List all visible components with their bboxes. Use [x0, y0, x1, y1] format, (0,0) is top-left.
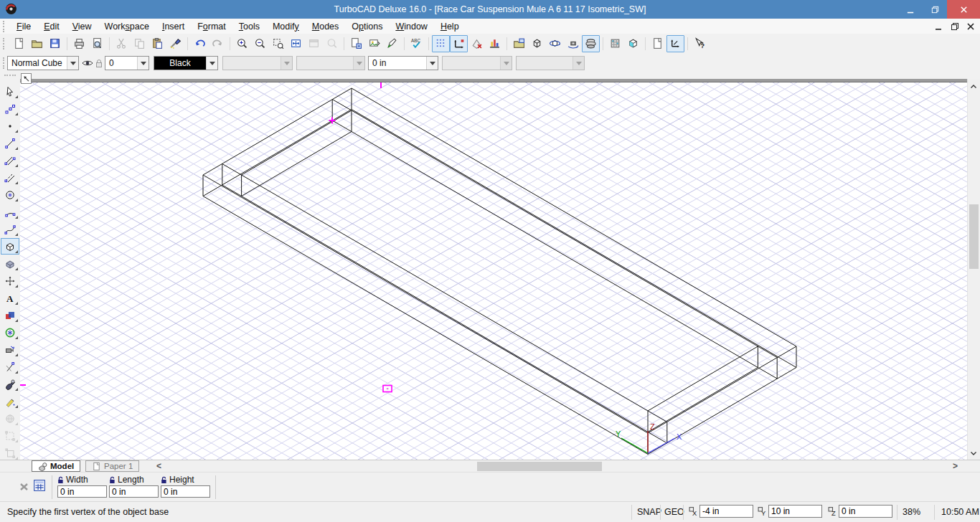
- menu-workspace[interactable]: Workspace: [98, 20, 156, 33]
- style-combo[interactable]: Normal Cube: [7, 56, 79, 70]
- 3d-view-button[interactable]: [528, 35, 546, 52]
- minimize-button[interactable]: [898, 0, 923, 19]
- solid-tool[interactable]: [1, 255, 19, 272]
- insert-picture-button[interactable]: [365, 35, 383, 52]
- restore-button[interactable]: [923, 0, 947, 19]
- height-input[interactable]: [161, 485, 210, 498]
- chevron-down-icon[interactable]: [137, 57, 149, 70]
- scroll-up-icon[interactable]: [970, 82, 977, 90]
- circle-tool[interactable]: [1, 186, 19, 203]
- sketch-pen-button[interactable]: [383, 35, 401, 52]
- marker-tool[interactable]: [1, 393, 19, 409]
- menu-modes[interactable]: Modes: [306, 20, 346, 33]
- text-tool[interactable]: A: [1, 290, 19, 306]
- trim-tool[interactable]: [1, 359, 19, 375]
- vertical-scroll-thumb[interactable]: [969, 204, 979, 269]
- width-input[interactable]: [57, 485, 107, 498]
- menu-view[interactable]: View: [66, 20, 98, 33]
- length-input[interactable]: [109, 485, 159, 498]
- cancel-icon[interactable]: [19, 481, 30, 493]
- menu-insert[interactable]: Insert: [156, 20, 191, 33]
- field-lock-icon[interactable]: [161, 476, 167, 484]
- select-tool[interactable]: [1, 83, 19, 100]
- print-preview-button[interactable]: [88, 35, 106, 52]
- snap-toggle-button[interactable]: [468, 35, 486, 52]
- chevron-down-icon[interactable]: [206, 57, 217, 70]
- save-button[interactable]: [46, 35, 64, 52]
- menu-grip[interactable]: [3, 21, 8, 32]
- toolbar-grip[interactable]: [3, 38, 8, 49]
- selection-info-button[interactable]: [486, 35, 504, 52]
- layer-combo[interactable]: 0: [105, 56, 149, 70]
- view-origin-button[interactable]: [21, 73, 32, 84]
- edge-select-tool[interactable]: [1, 100, 19, 117]
- zoom-selection-button[interactable]: [269, 35, 287, 52]
- page-setup-button[interactable]: [649, 35, 666, 52]
- tab-paper-1[interactable]: Paper 1: [85, 460, 139, 472]
- open-palette-button[interactable]: [510, 35, 528, 52]
- ucs-toggle-button[interactable]: [450, 35, 468, 52]
- orbit-button[interactable]: [546, 35, 564, 52]
- grid-toggle-button[interactable]: [432, 35, 450, 52]
- tab-scroll-right[interactable]: >: [953, 461, 958, 471]
- document-minimize-icon[interactable]: [934, 22, 944, 32]
- insert-file-button[interactable]: [347, 35, 365, 52]
- lights-button[interactable]: [624, 35, 642, 52]
- chevron-down-icon[interactable]: [67, 57, 78, 70]
- color-combo[interactable]: Black: [154, 56, 218, 70]
- menu-options[interactable]: Options: [345, 20, 389, 33]
- layer-lock-icon[interactable]: [93, 57, 105, 69]
- print-button[interactable]: [70, 35, 88, 52]
- drawing-canvas[interactable]: ZYX: [20, 82, 967, 460]
- new-drawing-button[interactable]: [10, 35, 28, 52]
- materials-button[interactable]: [606, 35, 624, 52]
- paste-button[interactable]: [149, 35, 166, 52]
- render-button[interactable]: [582, 35, 600, 52]
- menu-format[interactable]: Format: [191, 20, 232, 33]
- line-tool[interactable]: [1, 135, 19, 151]
- format-painter-button[interactable]: [166, 35, 184, 52]
- document-close-icon[interactable]: [966, 22, 976, 32]
- y-coordinate-input[interactable]: [768, 505, 822, 518]
- arc-tool[interactable]: [1, 204, 19, 220]
- context-help-button[interactable]: ?: [691, 35, 709, 52]
- workplane-button[interactable]: [666, 35, 684, 52]
- menu-help[interactable]: Help: [434, 20, 466, 33]
- zoom-level[interactable]: 38%: [903, 507, 920, 517]
- multiline-tool[interactable]: [1, 169, 19, 186]
- calculator-icon[interactable]: [33, 479, 46, 492]
- scroll-down-icon[interactable]: [970, 449, 977, 456]
- field-lock-icon[interactable]: [57, 476, 64, 484]
- zoom-extents-button[interactable]: [287, 35, 305, 52]
- pen-width-combo[interactable]: 0 in: [368, 56, 438, 70]
- geo-toggle-status[interactable]: GEO: [664, 507, 684, 517]
- center-snap-tool[interactable]: [1, 324, 19, 341]
- spell-check-button[interactable]: ABC: [407, 35, 425, 52]
- zoom-out-button[interactable]: [251, 35, 269, 52]
- field-lock-icon[interactable]: [109, 476, 116, 484]
- paint-tool[interactable]: [1, 307, 19, 323]
- snap-toggle-status[interactable]: SNAP: [637, 507, 661, 517]
- document-restore-icon[interactable]: [950, 22, 960, 32]
- menu-file[interactable]: File: [10, 20, 37, 33]
- close-button[interactable]: [947, 0, 980, 19]
- spline-tool[interactable]: [1, 221, 19, 237]
- move-tool[interactable]: [1, 272, 19, 289]
- menu-window[interactable]: Window: [389, 20, 433, 33]
- vertical-scrollbar[interactable]: [967, 79, 980, 460]
- tab-scroll-left[interactable]: <: [156, 461, 161, 471]
- x-coordinate-input[interactable]: [699, 505, 753, 518]
- camera-tool[interactable]: [1, 341, 19, 358]
- blend-tool[interactable]: [1, 376, 19, 392]
- chevron-down-icon[interactable]: [426, 57, 438, 70]
- zoom-in-button[interactable]: [233, 35, 251, 52]
- menu-edit[interactable]: Edit: [37, 20, 66, 33]
- tab-model[interactable]: Model: [32, 460, 80, 472]
- undo-button[interactable]: [191, 35, 209, 52]
- menu-modify[interactable]: Modify: [266, 20, 306, 33]
- box-tool[interactable]: [1, 238, 19, 255]
- z-coordinate-input[interactable]: [839, 505, 892, 518]
- horizontal-scroll-thumb[interactable]: [477, 462, 602, 471]
- layer-visible-eye-icon[interactable]: [82, 57, 93, 69]
- double-line-tool[interactable]: [1, 152, 19, 169]
